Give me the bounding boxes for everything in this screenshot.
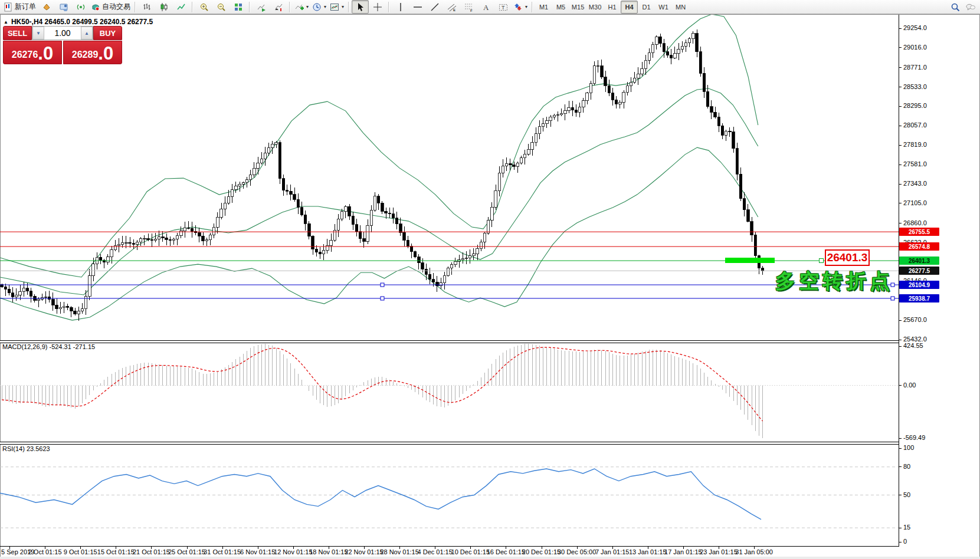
rsi-tick-mark — [899, 528, 902, 528]
buy-price-int: 26289 — [72, 47, 99, 63]
volume-spinner: ▼ 1.00 ▲ — [32, 26, 93, 40]
price-tick-mark — [899, 320, 902, 321]
pane-splitter-rsi[interactable] — [0, 442, 899, 445]
time-tick-label: 16 Dec 01:15 — [487, 548, 525, 555]
rsi-tick-mark — [899, 495, 902, 495]
macd-label: MACD(12,26,9) -524.31 -271.15 — [2, 343, 95, 350]
price-tick-label: 28771.0 — [903, 64, 927, 71]
one-click-trading-panel: SELL ▼ 1.00 ▲ BUY 26276.0 26289.0 — [3, 26, 122, 64]
price-flag: 26104.9 — [899, 281, 939, 289]
time-tick-label: 31 Jan 05:00 — [735, 548, 773, 555]
price-tick-label: 26860.0 — [903, 219, 927, 226]
macd-tick-label: 0.00 — [903, 382, 916, 389]
price-flag: 26401.3 — [899, 257, 939, 265]
hline-handle[interactable] — [381, 297, 384, 300]
price-flag: 26277.5 — [899, 267, 939, 275]
pane-splitter-macd[interactable] — [0, 340, 899, 343]
price-tick-mark — [899, 340, 902, 340]
rsi-tick-label: 50 — [903, 491, 910, 498]
price-tick-label: 28295.0 — [903, 102, 927, 109]
rsi-tick-mark — [899, 448, 902, 449]
time-tick-label: 20 Dec 01:15 — [522, 548, 561, 555]
time-tick-label: 12 Nov 01:15 — [274, 548, 312, 555]
price-tick-label: 28057.0 — [903, 121, 927, 129]
price-tick-mark — [899, 184, 902, 185]
buy-button[interactable]: BUY — [93, 26, 122, 40]
rsi-tick-mark — [899, 466, 902, 467]
price-tick-mark — [899, 126, 902, 126]
rsi-tick-label: 15 — [903, 524, 910, 531]
time-tick-label: 9 Oct 01:15 — [64, 548, 97, 555]
rsi-tick-label: 0 — [903, 538, 907, 545]
chart-title: ▲ HK50-,H4 26465.0 26499.5 26240.5 26277… — [4, 18, 153, 26]
price-flag: 26755.5 — [899, 228, 939, 236]
price-tick-label: 25670.0 — [903, 316, 927, 323]
volume-value[interactable]: 1.00 — [44, 27, 81, 40]
price-tick-label: 29016.0 — [903, 44, 927, 51]
time-tick-label: 18 Nov 01:15 — [309, 548, 348, 555]
price-tick-mark — [899, 47, 902, 48]
time-tick-label: 25 Oct 01:15 — [168, 548, 205, 555]
mt4-application: 新订单 自动交易 — [0, 0, 980, 559]
price-flag: 26574.8 — [899, 242, 939, 251]
time-tick-label: 23 Jan 01:15 — [700, 548, 738, 555]
price-tick-mark — [899, 87, 902, 87]
price-tick-label: 27581.0 — [903, 160, 927, 167]
hline-handle[interactable] — [381, 283, 384, 287]
price-tick-label: 28533.0 — [903, 83, 927, 90]
symbol-ohlc-text: HK50-,H4 26465.0 26499.5 26240.5 26277.5 — [11, 18, 153, 26]
time-tick-label: 28 Nov 01:15 — [380, 548, 418, 555]
volume-decrease-button[interactable]: ▼ — [32, 27, 44, 40]
time-tick-label: 21 Oct 01:15 — [133, 548, 170, 555]
macd-tick-label: -569.49 — [903, 434, 925, 441]
macd-tick-mark — [899, 346, 902, 347]
time-axis-line — [0, 546, 899, 547]
time-tick-label: 30 Dec 05:00 — [558, 548, 596, 555]
price-tick-mark — [899, 67, 902, 68]
price-tick-mark — [899, 203, 902, 203]
buy-price-frac: .0 — [98, 44, 113, 63]
sell-price-button[interactable]: 26276.0 — [3, 41, 62, 64]
price-tick-mark — [899, 165, 902, 165]
time-tick-label: 22 Nov 01:15 — [345, 548, 383, 555]
volume-increase-button[interactable]: ▲ — [81, 27, 93, 40]
bottom-scroll-strip[interactable] — [0, 557, 980, 559]
time-tick-label: 6 Nov 01:15 — [240, 548, 275, 555]
sell-price-int: 26276 — [12, 47, 38, 63]
time-tick-label: 7 Jan 01:15 — [595, 548, 630, 555]
price-tick-label: 27105.0 — [903, 199, 927, 206]
rsi-label: RSI(14) 23.5623 — [2, 445, 50, 452]
price-tick-mark — [899, 223, 902, 223]
price-tick-label: 27343.0 — [903, 180, 927, 187]
rsi-tick-label: 80 — [903, 463, 910, 470]
time-tick-label: 15 Oct 01:15 — [97, 548, 135, 555]
rsi-tick-mark — [899, 542, 902, 542]
macd-tick-label: 424.55 — [903, 342, 923, 349]
one-click-collapse-arrow[interactable]: ▲ — [4, 19, 8, 25]
macd-tick-mark — [899, 438, 902, 439]
time-tick-label: 10 Dec 01:15 — [451, 548, 490, 555]
time-tick-label: 31 Oct 01:15 — [204, 548, 241, 555]
price-tick-label: 27819.0 — [903, 141, 927, 148]
time-tick-label: 13 Jan 01:15 — [629, 548, 667, 555]
sell-price-frac: .0 — [38, 44, 53, 63]
price-tick-mark — [899, 145, 902, 146]
buy-price-button[interactable]: 26289.0 — [63, 41, 122, 64]
green-line-handle[interactable] — [819, 258, 824, 263]
time-tick-label: 17 Jan 01:15 — [664, 548, 702, 555]
hline-handle[interactable] — [891, 297, 894, 300]
thick-green-line-object[interactable] — [725, 258, 775, 263]
price-tick-mark — [899, 106, 902, 107]
turning-point-annotation[interactable]: 多空转折点 — [775, 268, 893, 295]
price-flag: 25938.7 — [899, 294, 939, 302]
sell-button[interactable]: SELL — [3, 26, 32, 40]
price-tick-mark — [899, 28, 902, 29]
time-tick-label: 2 Oct 01:15 — [28, 548, 62, 555]
price-tick-label: 29254.0 — [903, 24, 927, 31]
time-tick-label: 4 Dec 01:15 — [418, 548, 453, 555]
rsi-tick-label: 100 — [903, 444, 914, 451]
price-annotation-box[interactable]: 26401.3 — [825, 249, 870, 266]
macd-tick-mark — [899, 385, 902, 386]
